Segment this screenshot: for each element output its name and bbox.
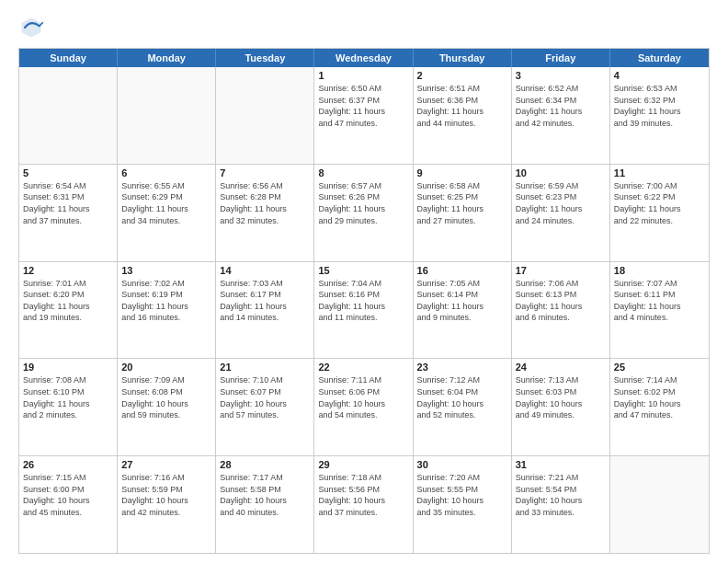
day-number: 20 bbox=[121, 362, 211, 373]
calendar-cell: 21Sunrise: 7:10 AM Sunset: 6:07 PM Dayli… bbox=[216, 359, 314, 455]
logo bbox=[18, 15, 48, 40]
calendar-cell: 19Sunrise: 7:08 AM Sunset: 6:10 PM Dayli… bbox=[19, 359, 118, 455]
calendar-week-row: 1Sunrise: 6:50 AM Sunset: 6:37 PM Daylig… bbox=[19, 67, 709, 164]
calendar-cell bbox=[118, 67, 216, 164]
day-number: 23 bbox=[417, 362, 507, 373]
header bbox=[18, 15, 710, 40]
calendar-cell: 8Sunrise: 6:57 AM Sunset: 6:26 PM Daylig… bbox=[314, 165, 413, 261]
cell-info: Sunrise: 7:03 AM Sunset: 6:17 PM Dayligh… bbox=[220, 278, 310, 324]
cell-info: Sunrise: 7:18 AM Sunset: 5:56 PM Dayligh… bbox=[318, 472, 408, 518]
calendar-cell: 31Sunrise: 7:21 AM Sunset: 5:54 PM Dayli… bbox=[512, 456, 610, 553]
day-header: Sunday bbox=[19, 49, 118, 67]
logo-icon bbox=[18, 15, 44, 40]
cell-info: Sunrise: 6:55 AM Sunset: 6:29 PM Dayligh… bbox=[121, 180, 211, 226]
calendar-cell bbox=[216, 67, 314, 164]
day-header: Saturday bbox=[610, 49, 709, 67]
day-number: 5 bbox=[23, 167, 113, 178]
day-number: 26 bbox=[23, 459, 113, 470]
day-header: Friday bbox=[512, 49, 610, 67]
calendar-week-row: 26Sunrise: 7:15 AM Sunset: 6:00 PM Dayli… bbox=[19, 455, 709, 553]
day-number: 3 bbox=[516, 70, 606, 81]
calendar-body: 1Sunrise: 6:50 AM Sunset: 6:37 PM Daylig… bbox=[19, 67, 709, 553]
calendar-cell: 4Sunrise: 6:53 AM Sunset: 6:32 PM Daylig… bbox=[610, 67, 709, 164]
calendar-cell: 28Sunrise: 7:17 AM Sunset: 5:58 PM Dayli… bbox=[216, 456, 314, 553]
calendar-cell bbox=[610, 456, 709, 553]
day-number: 12 bbox=[23, 265, 113, 276]
calendar-cell: 26Sunrise: 7:15 AM Sunset: 6:00 PM Dayli… bbox=[19, 456, 118, 553]
cell-info: Sunrise: 6:50 AM Sunset: 6:37 PM Dayligh… bbox=[318, 83, 408, 129]
calendar-cell: 11Sunrise: 7:00 AM Sunset: 6:22 PM Dayli… bbox=[610, 165, 709, 261]
day-number: 2 bbox=[417, 70, 507, 81]
day-number: 30 bbox=[417, 459, 507, 470]
calendar-header: SundayMondayTuesdayWednesdayThursdayFrid… bbox=[19, 49, 709, 67]
calendar-cell: 15Sunrise: 7:04 AM Sunset: 6:16 PM Dayli… bbox=[314, 262, 413, 359]
calendar-week-row: 12Sunrise: 7:01 AM Sunset: 6:20 PM Dayli… bbox=[19, 261, 709, 359]
calendar-cell: 24Sunrise: 7:13 AM Sunset: 6:03 PM Dayli… bbox=[512, 359, 610, 455]
day-number: 24 bbox=[516, 362, 606, 373]
calendar-cell: 30Sunrise: 7:20 AM Sunset: 5:55 PM Dayli… bbox=[414, 456, 512, 553]
calendar-cell: 6Sunrise: 6:55 AM Sunset: 6:29 PM Daylig… bbox=[118, 165, 216, 261]
cell-info: Sunrise: 7:09 AM Sunset: 6:08 PM Dayligh… bbox=[121, 374, 211, 420]
cell-info: Sunrise: 7:07 AM Sunset: 6:11 PM Dayligh… bbox=[614, 278, 705, 324]
calendar-cell: 7Sunrise: 6:56 AM Sunset: 6:28 PM Daylig… bbox=[216, 165, 314, 261]
cell-info: Sunrise: 7:21 AM Sunset: 5:54 PM Dayligh… bbox=[516, 472, 606, 518]
cell-info: Sunrise: 7:04 AM Sunset: 6:16 PM Dayligh… bbox=[318, 278, 408, 324]
calendar-cell: 10Sunrise: 6:59 AM Sunset: 6:23 PM Dayli… bbox=[512, 165, 610, 261]
calendar-week-row: 5Sunrise: 6:54 AM Sunset: 6:31 PM Daylig… bbox=[19, 164, 709, 261]
day-number: 9 bbox=[417, 167, 507, 178]
calendar-cell: 18Sunrise: 7:07 AM Sunset: 6:11 PM Dayli… bbox=[610, 262, 709, 359]
page: SundayMondayTuesdayWednesdayThursdayFrid… bbox=[0, 0, 728, 563]
day-number: 27 bbox=[121, 459, 211, 470]
calendar-cell: 17Sunrise: 7:06 AM Sunset: 6:13 PM Dayli… bbox=[512, 262, 610, 359]
calendar-cell: 5Sunrise: 6:54 AM Sunset: 6:31 PM Daylig… bbox=[19, 165, 118, 261]
cell-info: Sunrise: 7:12 AM Sunset: 6:04 PM Dayligh… bbox=[417, 374, 507, 420]
cell-info: Sunrise: 7:20 AM Sunset: 5:55 PM Dayligh… bbox=[417, 472, 507, 518]
calendar: SundayMondayTuesdayWednesdayThursdayFrid… bbox=[18, 48, 710, 554]
cell-info: Sunrise: 6:51 AM Sunset: 6:36 PM Dayligh… bbox=[417, 83, 507, 129]
calendar-cell: 13Sunrise: 7:02 AM Sunset: 6:19 PM Dayli… bbox=[118, 262, 216, 359]
calendar-cell: 9Sunrise: 6:58 AM Sunset: 6:25 PM Daylig… bbox=[414, 165, 512, 261]
cell-info: Sunrise: 7:05 AM Sunset: 6:14 PM Dayligh… bbox=[417, 278, 507, 324]
calendar-cell: 22Sunrise: 7:11 AM Sunset: 6:06 PM Dayli… bbox=[314, 359, 413, 455]
calendar-cell: 16Sunrise: 7:05 AM Sunset: 6:14 PM Dayli… bbox=[414, 262, 512, 359]
cell-info: Sunrise: 7:17 AM Sunset: 5:58 PM Dayligh… bbox=[220, 472, 310, 518]
calendar-cell: 25Sunrise: 7:14 AM Sunset: 6:02 PM Dayli… bbox=[610, 359, 709, 455]
day-header: Tuesday bbox=[216, 49, 314, 67]
cell-info: Sunrise: 7:06 AM Sunset: 6:13 PM Dayligh… bbox=[516, 278, 606, 324]
cell-info: Sunrise: 6:56 AM Sunset: 6:28 PM Dayligh… bbox=[220, 180, 310, 226]
cell-info: Sunrise: 7:16 AM Sunset: 5:59 PM Dayligh… bbox=[121, 472, 211, 518]
calendar-cell: 20Sunrise: 7:09 AM Sunset: 6:08 PM Dayli… bbox=[118, 359, 216, 455]
day-number: 11 bbox=[614, 167, 705, 178]
cell-info: Sunrise: 7:10 AM Sunset: 6:07 PM Dayligh… bbox=[220, 374, 310, 420]
calendar-cell: 14Sunrise: 7:03 AM Sunset: 6:17 PM Dayli… bbox=[216, 262, 314, 359]
day-number: 19 bbox=[23, 362, 113, 373]
cell-info: Sunrise: 6:57 AM Sunset: 6:26 PM Dayligh… bbox=[318, 180, 408, 226]
cell-info: Sunrise: 7:00 AM Sunset: 6:22 PM Dayligh… bbox=[614, 180, 705, 226]
calendar-cell: 12Sunrise: 7:01 AM Sunset: 6:20 PM Dayli… bbox=[19, 262, 118, 359]
calendar-cell: 29Sunrise: 7:18 AM Sunset: 5:56 PM Dayli… bbox=[314, 456, 413, 553]
day-header: Thursday bbox=[414, 49, 512, 67]
day-number: 6 bbox=[121, 167, 211, 178]
calendar-cell: 3Sunrise: 6:52 AM Sunset: 6:34 PM Daylig… bbox=[512, 67, 610, 164]
calendar-cell: 27Sunrise: 7:16 AM Sunset: 5:59 PM Dayli… bbox=[118, 456, 216, 553]
day-number: 7 bbox=[220, 167, 310, 178]
day-number: 28 bbox=[220, 459, 310, 470]
cell-info: Sunrise: 7:14 AM Sunset: 6:02 PM Dayligh… bbox=[614, 374, 705, 420]
day-number: 31 bbox=[516, 459, 606, 470]
day-number: 1 bbox=[318, 70, 408, 81]
cell-info: Sunrise: 7:08 AM Sunset: 6:10 PM Dayligh… bbox=[23, 374, 113, 420]
cell-info: Sunrise: 6:53 AM Sunset: 6:32 PM Dayligh… bbox=[614, 83, 705, 129]
cell-info: Sunrise: 6:58 AM Sunset: 6:25 PM Dayligh… bbox=[417, 180, 507, 226]
day-number: 10 bbox=[516, 167, 606, 178]
cell-info: Sunrise: 7:02 AM Sunset: 6:19 PM Dayligh… bbox=[121, 278, 211, 324]
cell-info: Sunrise: 6:54 AM Sunset: 6:31 PM Dayligh… bbox=[23, 180, 113, 226]
day-number: 4 bbox=[614, 70, 705, 81]
calendar-cell: 23Sunrise: 7:12 AM Sunset: 6:04 PM Dayli… bbox=[414, 359, 512, 455]
calendar-cell bbox=[19, 67, 118, 164]
day-number: 8 bbox=[318, 167, 408, 178]
cell-info: Sunrise: 7:11 AM Sunset: 6:06 PM Dayligh… bbox=[318, 374, 408, 420]
day-number: 15 bbox=[318, 265, 408, 276]
day-number: 25 bbox=[614, 362, 705, 373]
day-number: 22 bbox=[318, 362, 408, 373]
cell-info: Sunrise: 6:59 AM Sunset: 6:23 PM Dayligh… bbox=[516, 180, 606, 226]
